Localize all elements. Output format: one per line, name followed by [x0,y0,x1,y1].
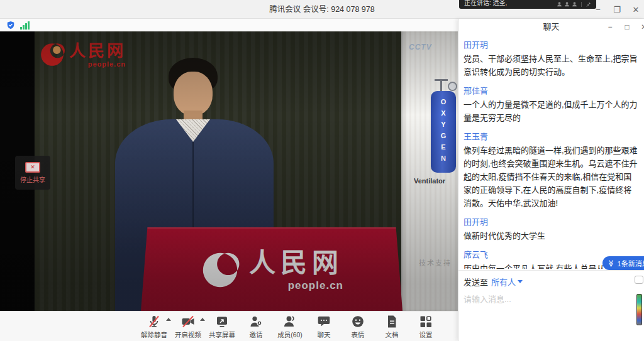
stop-share-label: 停止共享 [20,175,45,184]
message-text: 像列车经过黑暗的隧道一样,我们遇到的那些艰难的时刻,也终会突破重围迎来生机。乌云… [464,144,640,210]
send-to-label: 发送至 [464,276,488,288]
stop-share-button[interactable]: ✕ 停止共享 [15,156,50,190]
stop-share-monitor-icon: ✕ [25,162,40,173]
chat-footer: 发送至 所有人 请输入消息... [458,270,644,341]
send-to-row: 发送至 所有人 [464,276,640,288]
speaking-toast: 正在讲话: 远圣, [459,0,596,9]
chat-message: 田开玥 党员、干部必须坚持人民至上、生命至上,把宗旨意识转化成为民的切实行动。 [464,38,640,78]
oxygen-cylinder: OXYGEN [431,91,456,173]
watermark-domain-text: people.cn [88,60,126,68]
chat-button[interactable]: 聊天 [307,312,341,341]
chat-minimize-button[interactable]: − [606,23,614,31]
peoplecn-watermark: 人民网 people.cn [39,41,126,68]
chat-message: 王玉青 像列车经过黑暗的隧道一样,我们遇到的那些艰难的时刻,也终会突破重围迎来生… [464,130,640,210]
chat-message-list[interactable]: 田开玥 党员、干部必须坚持人民至上、生命至上,把宗旨意识转化成为民的切实行动。 … [458,35,644,269]
restore-button[interactable]: ❐ [613,5,621,14]
cylinder-gauge [448,82,457,91]
message-sender[interactable]: 田开玥 [464,38,640,50]
docs-button[interactable]: 文档 [375,312,409,341]
toast-divider [581,2,582,7]
double-chevron-down-icon: ≫ [608,259,614,267]
chat-header: 聊天 − □ ✕ [458,19,644,35]
pin-icon[interactable] [586,1,591,7]
podium: 人民网 people.cn [141,227,402,311]
members-icon [282,314,297,329]
invite-button[interactable]: 邀请 [239,312,273,341]
projection-screen: CCTV OXYGEN Ventilator 技术支持 [401,31,458,311]
chat-maximize-button[interactable]: □ [623,23,631,31]
status-strip [0,19,458,31]
invite-person-icon [248,314,264,329]
message-text: 做新时代优秀的大学生 [464,229,640,242]
smiley-icon [350,314,365,329]
speaker-avatar-icon [572,1,577,7]
podium-brand-text: 人民网 [249,248,343,278]
mic-muted-icon [147,314,162,329]
members-button[interactable]: 成员(60) [273,312,307,341]
message-text: 一个人的力量是微不足道的,但成千上万个人的力量是无穷无尽的 [464,98,640,124]
chat-message: 邢佳音 一个人的力量是微不足道的,但成千上万个人的力量是无穷无尽的 [464,84,640,124]
speaker-face [174,72,213,116]
shared-screen-video: 人民网 people.cn CCTV OXYGEN Ventilator 技术支… [0,31,458,311]
start-video-button[interactable]: 开启视频 [171,312,205,341]
tech-support-watermark: 技术支持 [419,257,452,268]
meeting-toolbar: 解除静音 开启视频 共享屏幕 [0,311,458,341]
chat-close-button[interactable]: ✕ [640,23,644,31]
speaker-avatar-icon [557,1,562,7]
document-icon [384,314,399,329]
chat-message: 田开玥 做新时代优秀的大学生 [464,215,640,242]
new-message-label: 1条新消息 [618,258,644,268]
mic-options-arrow[interactable] [166,318,171,321]
ventilator-caption: Ventilator [414,177,457,185]
message-text: 党员、干部必须坚持人民至上、生命至上,把宗旨意识转化成为民的切实行动。 [464,52,640,78]
speaker-avatar-icon [564,1,570,7]
emoji-picker-icon[interactable] [635,276,643,284]
share-screen-button[interactable]: 共享屏幕 [205,312,239,341]
camera-off-icon [180,314,196,329]
share-screen-icon [214,314,230,329]
settings-button[interactable]: 设置 [409,312,443,341]
oxygen-label: OXYGEN [440,98,447,166]
close-button[interactable]: ✕ [631,5,640,14]
chevron-down-icon [518,280,523,283]
unmute-button[interactable]: 解除静音 [137,312,171,341]
send-to-dropdown[interactable]: 所有人 [491,276,523,288]
cctv-watermark: CCTV [409,43,432,51]
mini-thumbnail-strip [636,294,642,325]
chat-bubble-icon [316,314,331,329]
security-shield-icon[interactable] [6,21,15,30]
network-signal-icon[interactable] [20,21,30,30]
message-sender[interactable]: 邢佳音 [464,84,640,96]
new-message-button[interactable]: ≫ 1条新消息 [602,256,644,270]
message-sender[interactable]: 田开玥 [464,215,640,227]
peoplecn-swirl-icon [39,41,65,68]
app-root: 腾讯会议 会议号: 924 078 978 − ❐ ✕ 正在讲话: 远圣, [0,0,644,341]
emoji-button[interactable]: 表情 [341,312,375,341]
cylinder-valve [440,79,442,92]
podium-domain-text: people.cn [288,279,343,292]
watermark-brand-text: 人民网 [69,41,126,60]
speaking-toast-text: 正在讲话: 远圣, [464,0,557,7]
message-input[interactable]: 请输入消息... [464,293,640,305]
podium-swirl-icon [200,250,240,290]
camera-options-arrow[interactable] [200,318,205,321]
settings-grid-icon [418,314,433,329]
message-sender[interactable]: 王玉青 [464,130,640,142]
chat-panel: 聊天 − □ ✕ 田开玥 党员、干部必须坚持人民至上、生命至上,把宗旨意识转化成… [458,19,644,341]
